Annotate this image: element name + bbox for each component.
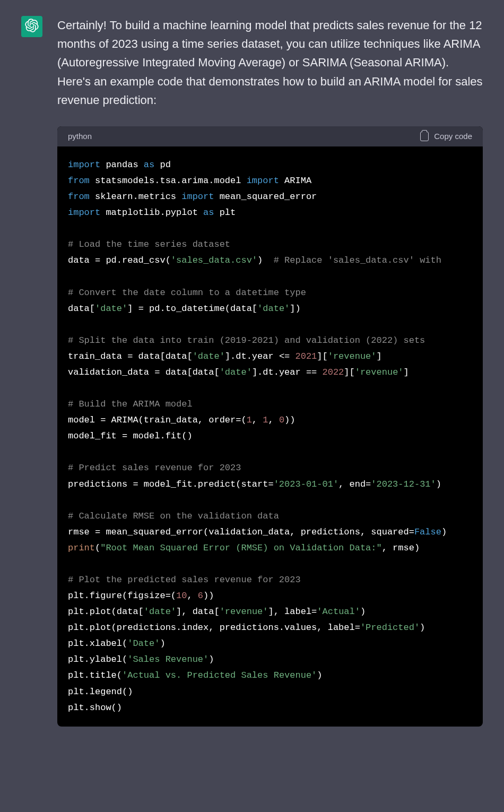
code-token: # Replace 'sales_data.csv' with <box>274 255 441 265</box>
code-token: plt.legend() <box>68 687 133 697</box>
code-token: # Build the ARIMA model <box>68 399 193 409</box>
code-token: 'date' <box>95 304 127 314</box>
code-token: 'Predicted' <box>360 623 420 633</box>
code-token: # Load the time series dataset <box>68 239 230 249</box>
code-token: print <box>68 543 95 553</box>
code-token: from <box>68 176 90 186</box>
code-token: plt.figure(figsize=( <box>68 591 176 601</box>
code-token: 'Actual vs. Predicted Sales Revenue' <box>122 670 317 680</box>
code-token: plt.title( <box>68 670 122 680</box>
code-token: data = pd.read_csv( <box>68 255 171 265</box>
code-token: plt.show() <box>68 703 122 713</box>
code-token: ], label= <box>268 607 317 617</box>
code-token: plt.ylabel( <box>68 654 127 664</box>
code-token: 2021 <box>295 351 317 361</box>
code-token: # Plot the predicted sales revenue for 2… <box>68 575 301 585</box>
code-token: ) <box>360 607 366 617</box>
code-token: data[ <box>68 304 95 314</box>
code-token: plt.plot(predictions.index, predictions.… <box>68 623 360 633</box>
code-token: 2022 <box>323 367 344 377</box>
code-token: )) <box>284 415 295 425</box>
code-token: plt <box>214 208 236 218</box>
code-token: as <box>203 208 214 218</box>
code-token: ) <box>257 255 274 265</box>
code-token: 6 <box>198 591 203 601</box>
code-token: pandas <box>100 160 144 170</box>
code-token: ) <box>208 654 214 664</box>
assistant-message: Certainly! To build a machine learning m… <box>0 0 504 742</box>
code-token: import <box>247 176 279 186</box>
code-token: , end= <box>338 479 371 489</box>
code-token: 0 <box>279 415 284 425</box>
assistant-avatar <box>21 16 42 37</box>
code-token: statsmodels.tsa.arima.model <box>90 176 247 186</box>
code-token: , <box>187 591 197 601</box>
code-token: pd <box>154 160 171 170</box>
code-token: ( <box>95 543 100 553</box>
code-token: ], data[ <box>176 607 220 617</box>
code-header: python Copy code <box>57 126 483 146</box>
code-content[interactable]: import pandas as pd from statsmodels.tsa… <box>57 146 483 727</box>
code-language-label: python <box>68 132 92 141</box>
openai-logo-icon <box>25 19 39 34</box>
code-token: mean_squared_error <box>214 192 317 202</box>
code-token: ] <box>404 367 409 377</box>
code-token: , rmse) <box>382 543 420 553</box>
code-token: predictions = model_fit.predict(start= <box>68 479 274 489</box>
code-token: matplotlib.pyplot <box>100 208 203 218</box>
code-token: import <box>68 160 100 170</box>
code-token: import <box>68 208 100 218</box>
code-token: 'date' <box>257 304 290 314</box>
code-token: , <box>268 415 279 425</box>
code-token: 'Actual' <box>317 607 360 617</box>
code-block: python Copy code import pandas as pd fro… <box>57 126 483 727</box>
code-token: 'Sales Revenue' <box>127 654 208 664</box>
code-token: # Calculate RMSE on the validation data <box>68 511 279 521</box>
copy-code-label: Copy code <box>434 132 472 141</box>
clipboard-icon <box>420 132 429 141</box>
code-token: rmse = mean_squared_error(validation_dat… <box>68 527 414 537</box>
code-token: 'revenue' <box>355 367 404 377</box>
code-token: ) <box>420 623 425 633</box>
code-token: '2023-12-31' <box>371 479 436 489</box>
code-token: ][ <box>317 351 327 361</box>
code-token: # Split the data into train (2019-2021) … <box>68 335 425 345</box>
code-token: ].dt.year <= <box>225 351 296 361</box>
code-token: model_fit = model.fit() <box>68 431 193 441</box>
code-token: 'revenue' <box>328 351 377 361</box>
code-token: as <box>144 160 154 170</box>
code-token: ] = pd.to_datetime(data[ <box>127 304 257 314</box>
code-token: )) <box>203 591 214 601</box>
code-token: 'sales_data.csv' <box>171 255 257 265</box>
code-token: model = ARIMA(train_data, order=( <box>68 415 247 425</box>
code-token: False <box>414 527 441 537</box>
code-token: train_data = data[data[ <box>68 351 193 361</box>
message-content: Certainly! To build a machine learning m… <box>57 16 483 727</box>
code-token: 'date' <box>144 607 176 617</box>
code-token: plt.xlabel( <box>68 638 127 649</box>
code-token: ]) <box>290 304 300 314</box>
copy-code-button[interactable]: Copy code <box>420 132 472 141</box>
code-token: ].dt.year == <box>252 367 323 377</box>
code-token: validation_data = data[data[ <box>68 367 220 377</box>
intro-paragraph: Certainly! To build a machine learning m… <box>57 16 483 109</box>
code-token: ARIMA <box>279 176 311 186</box>
code-token: ][ <box>344 367 354 377</box>
code-token: # Convert the date column to a datetime … <box>68 288 306 298</box>
code-token: 'revenue' <box>220 607 268 617</box>
code-token: 10 <box>176 591 187 601</box>
code-token: 'date' <box>220 367 252 377</box>
code-token: 'date' <box>193 351 225 361</box>
code-token: import <box>181 192 214 202</box>
code-token: ) <box>160 638 165 649</box>
code-token: "Root Mean Squared Error (RMSE) on Valid… <box>100 543 382 553</box>
code-token: ] <box>377 351 382 361</box>
code-token: 'Date' <box>127 638 160 649</box>
code-token: # Predict sales revenue for 2023 <box>68 463 241 473</box>
code-token: from <box>68 192 90 202</box>
code-token: ) <box>436 479 441 489</box>
code-token: 1 <box>247 415 252 425</box>
code-token: ) <box>317 670 322 680</box>
code-token: '2023-01-01' <box>274 479 338 489</box>
code-token: ) <box>441 527 447 537</box>
